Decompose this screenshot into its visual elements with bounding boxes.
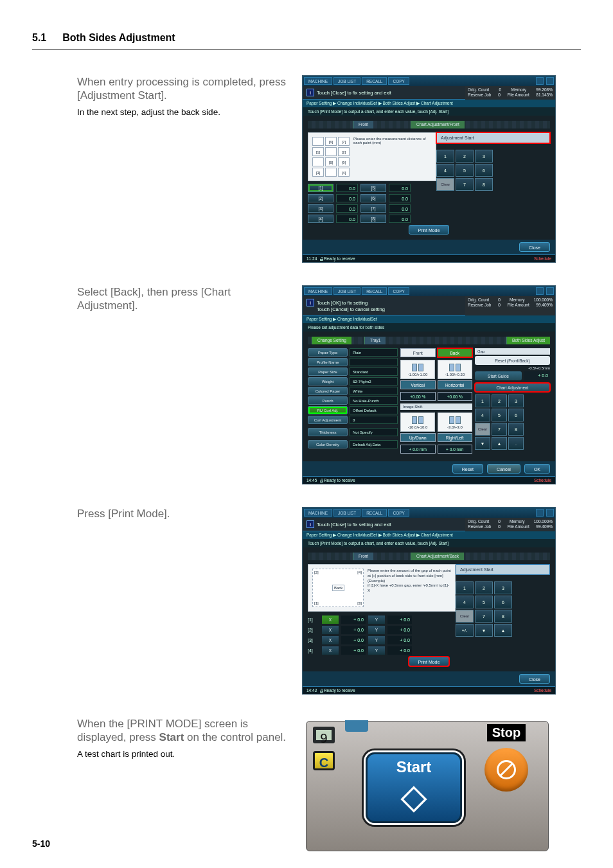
- tab-recall-2[interactable]: RECALL: [362, 287, 387, 295]
- breadcrumb-2: Paper Setting ▶ Change IndividualSet: [303, 315, 555, 323]
- tool-icon[interactable]: [536, 77, 544, 85]
- punch[interactable]: Punch: [308, 396, 348, 405]
- key-clear[interactable]: Clear: [436, 178, 454, 191]
- weight[interactable]: Weight: [308, 377, 348, 385]
- tab-joblist-2[interactable]: JOB LIST: [333, 287, 360, 295]
- val-4[interactable]: [4]: [308, 215, 333, 223]
- start-icon: [400, 785, 428, 816]
- reset-button[interactable]: Reset: [452, 464, 483, 474]
- thickness[interactable]: Thickness: [308, 428, 348, 436]
- paper-size[interactable]: Paper Size: [308, 368, 348, 376]
- tab-joblist[interactable]: JOB LIST: [333, 77, 360, 85]
- tab-chartadj-front[interactable]: Chart Adjustment/Front: [411, 121, 465, 128]
- x1[interactable]: X: [322, 616, 339, 624]
- tab-front[interactable]: Front: [353, 121, 373, 128]
- ok-button[interactable]: OK: [524, 464, 550, 474]
- front-button[interactable]: Front: [400, 348, 436, 357]
- horizontal-btn[interactable]: Horizontal: [438, 380, 473, 389]
- tab-recall[interactable]: RECALL: [362, 77, 387, 85]
- val-3[interactable]: [3]: [308, 204, 333, 213]
- ru-curl-adj[interactable]: RU Curl Adj.: [308, 406, 348, 414]
- breadcrumb-1: Paper Setting ▶ Change IndividualSet ▶ B…: [303, 100, 555, 107]
- stop-label: Stop: [487, 724, 526, 741]
- val-7[interactable]: [7]: [360, 204, 386, 213]
- c-button[interactable]: C: [313, 751, 335, 770]
- val-5[interactable]: [5]: [360, 184, 386, 192]
- cancel-button[interactable]: Cancel: [487, 464, 520, 474]
- instruction-1: When entry processing is completed, pres…: [77, 75, 289, 103]
- key-clear-2[interactable]: Clear: [475, 423, 490, 436]
- key-6[interactable]: 6: [475, 164, 493, 177]
- help-icon[interactable]: [546, 77, 554, 85]
- screenshot-2: MACHINE JOB LIST RECALL COPY iTouch [OK]…: [302, 285, 556, 484]
- key-7[interactable]: 7: [456, 178, 474, 191]
- instruction-3: Press [Print Mode].: [77, 507, 289, 520]
- close-button-1[interactable]: Close: [519, 242, 550, 252]
- key-5[interactable]: 5: [456, 164, 474, 177]
- val-8[interactable]: [8]: [360, 215, 386, 223]
- page-number: 5-10: [32, 838, 50, 849]
- val-1[interactable]: [1]: [308, 184, 333, 192]
- updown-btn[interactable]: Up/Down: [400, 433, 436, 442]
- change-setting[interactable]: Change Setting: [312, 337, 351, 344]
- paper-type[interactable]: Paper Type: [308, 348, 348, 357]
- reset-front-back[interactable]: Reset (Front/Back): [475, 356, 550, 365]
- instr-text: Please enter the measurement distance of…: [353, 137, 432, 145]
- screenshot-3: MACHINE JOB LIST RECALL COPY iTouch [Clo…: [302, 507, 556, 695]
- print-mode-button-3[interactable]: Print Mode: [409, 657, 450, 666]
- svg-line-1: [500, 763, 513, 776]
- key-3[interactable]: 3: [475, 150, 493, 163]
- key-2[interactable]: 2: [456, 150, 474, 163]
- section-number: 5.1: [32, 32, 46, 44]
- curl-adj[interactable]: Curl Adjustment: [308, 416, 348, 424]
- close-button-3[interactable]: Close: [519, 674, 550, 684]
- instruction-2: Select [Back], then press [Chart Adjustm…: [77, 285, 289, 313]
- tab-copy[interactable]: COPY: [388, 77, 409, 85]
- colored-paper[interactable]: Colored Paper: [308, 387, 348, 395]
- instruction-4b: A test chart is printed out.: [77, 748, 289, 761]
- color-density[interactable]: Color Density: [308, 440, 348, 448]
- section-title: Both Sides Adjustment: [62, 32, 175, 44]
- back-button[interactable]: Back: [438, 348, 473, 357]
- key-8[interactable]: 8: [475, 178, 493, 191]
- chart-adjustment-button[interactable]: Chart Adjustment: [475, 383, 550, 392]
- y1[interactable]: Y: [368, 616, 385, 624]
- screen-message: iTouch [Close] to fix setting and exit: [303, 86, 465, 100]
- tab-machine-2[interactable]: MACHINE: [304, 287, 332, 295]
- guide-text: Please enter the amount of the gap of ea…: [368, 569, 451, 607]
- screenshot-1: MACHINE JOB LIST RECALL COPY iTouch [Clo…: [302, 75, 556, 263]
- control-panel: 9 C Start Stop: [302, 717, 553, 855]
- stop-button[interactable]: [484, 748, 528, 792]
- val-2[interactable]: [2]: [308, 194, 333, 202]
- adjustment-start-3[interactable]: Adjustment Start: [456, 564, 550, 575]
- start-button[interactable]: Start: [366, 752, 462, 823]
- tab-machine[interactable]: MACHINE: [304, 77, 332, 85]
- counter-display: 9: [313, 727, 335, 743]
- instruction-4: When the [PRINT MODE] screen is displaye…: [77, 717, 289, 745]
- adjustment-start-button[interactable]: Adjustment Start: [436, 132, 550, 143]
- print-mode-button-1[interactable]: Print Mode: [409, 225, 450, 235]
- val-6[interactable]: [6]: [360, 194, 386, 202]
- instruction-1b: In the next step, adjust the back side.: [77, 107, 289, 119]
- screen-message-2: iTouch [OK] to fix settingTouch [Cancel]…: [303, 296, 465, 315]
- start-guide[interactable]: Start Guide: [475, 371, 522, 380]
- zoom-preview: -1.00/+1.00: [400, 360, 435, 379]
- profile-name[interactable]: Profile Name: [308, 358, 348, 366]
- rightleft-btn[interactable]: Right/Left: [438, 433, 473, 442]
- subheader-1: Touch [Print Mode] to output a chart, an…: [303, 107, 555, 116]
- key-1[interactable]: 1: [436, 150, 454, 163]
- vertical-btn[interactable]: Vertical: [400, 380, 436, 389]
- tab-copy-2[interactable]: COPY: [388, 287, 409, 295]
- key-4[interactable]: 4: [436, 164, 454, 177]
